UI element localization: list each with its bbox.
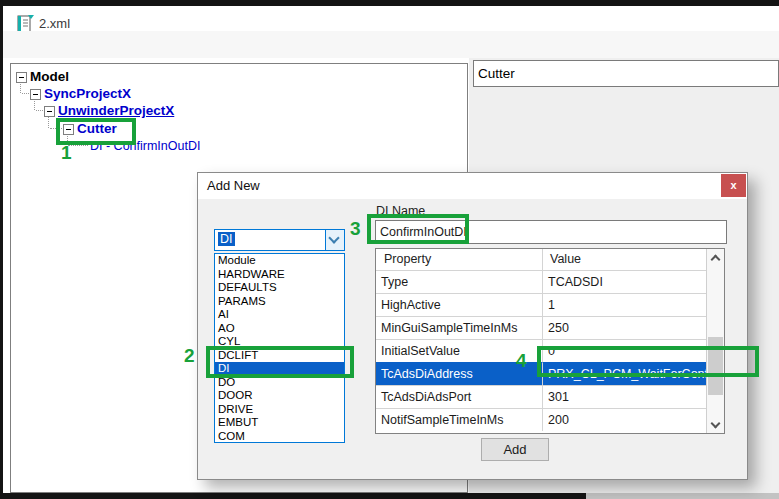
dropdown-item-drive[interactable]: DRIVE	[215, 403, 344, 417]
scroll-down-icon[interactable]	[707, 416, 724, 433]
chevron-down-icon[interactable]	[325, 230, 344, 250]
tree-connector	[36, 110, 43, 111]
tree-item-label[interactable]: SyncProjectX	[44, 86, 131, 101]
tree-connector	[20, 82, 21, 93]
di-name-label: DI Name	[376, 204, 425, 218]
value-cell[interactable]: 200	[542, 408, 706, 431]
grid-row-highactive[interactable]: HighActive 1	[376, 293, 706, 316]
dropdown-item-dclift[interactable]: DCLIFT	[215, 349, 344, 363]
scroll-up-icon[interactable]	[707, 249, 724, 266]
tree-item-label[interactable]: UnwinderProjectX	[58, 103, 174, 118]
dropdown-item-module[interactable]: Module	[215, 254, 344, 268]
scrollbar-thumb[interactable]	[708, 337, 723, 395]
value-cell[interactable]: PRX_CL_PCM_WaitForConfirm...	[542, 362, 706, 385]
value-cell[interactable]: 0	[542, 339, 706, 362]
close-icon[interactable]: x	[721, 174, 746, 197]
dropdown-item-ao[interactable]: AO	[215, 322, 344, 336]
grid-scrollbar[interactable]	[706, 249, 724, 433]
collapse-icon[interactable]	[30, 89, 41, 100]
node-name-input[interactable]: Cutter	[473, 60, 779, 87]
dropdown-item-ai[interactable]: AI	[215, 308, 344, 322]
property-cell[interactable]: NotifSampleTimeInMs	[376, 408, 542, 431]
collapse-icon[interactable]	[63, 124, 74, 135]
property-cell[interactable]: TcAdsDiAdsPort	[376, 385, 542, 408]
property-cell[interactable]: Type	[376, 270, 542, 293]
tree-connector	[22, 93, 29, 94]
type-combobox[interactable]: DI	[214, 229, 345, 251]
dialog-title: Add New	[207, 173, 260, 199]
value-cell[interactable]: 301	[542, 385, 706, 408]
combobox-value: DI	[218, 232, 235, 246]
column-header-value: Value	[542, 249, 706, 270]
collapse-icon[interactable]	[44, 106, 55, 117]
dialog-title-bar	[198, 173, 747, 199]
dropdown-item-defaults[interactable]: DEFAULTS	[215, 281, 344, 295]
grid-row-type[interactable]: Type TCADSDI	[376, 270, 706, 293]
tree-item-label[interactable]: DI - ConfirmInOutDI	[90, 139, 200, 153]
collapse-icon[interactable]	[16, 72, 27, 83]
window-title: 2.xml	[39, 16, 70, 31]
property-cell[interactable]: InitialSetValue	[376, 339, 542, 362]
value-cell[interactable]: 250	[542, 316, 706, 339]
grid-row-minguisampletimeinms[interactable]: MinGuiSampleTimeInMs 250	[376, 316, 706, 339]
dropdown-item-door[interactable]: DOOR	[215, 389, 344, 403]
property-cell[interactable]: HighActive	[376, 293, 542, 316]
column-divider	[542, 249, 543, 270]
grid-row-notifsampletimeinms[interactable]: NotifSampleTimeInMs 200	[376, 408, 706, 431]
dropdown-item-do[interactable]: DO	[215, 376, 344, 390]
property-cell[interactable]: TcAdsDiAddress	[376, 362, 542, 385]
dropdown-item-cyl[interactable]: CYL	[215, 335, 344, 349]
grid-row-tcadsdiadsport[interactable]: TcAdsDiAdsPort 301	[376, 385, 706, 408]
title-bar: 2.xml	[3, 6, 779, 31]
app-window: { "window": { "title": "2.xml" }, "menu"…	[0, 0, 779, 499]
property-cell[interactable]: MinGuiSampleTimeInMs	[376, 316, 542, 339]
add-button[interactable]: Add	[481, 438, 549, 461]
dropdown-item-di[interactable]: DI	[215, 362, 344, 376]
dropdown-item-params[interactable]: PARAMS	[215, 295, 344, 309]
di-name-input[interactable]: ConfirmInOutDI	[375, 220, 727, 244]
window-border-bottom-shadow	[586, 493, 779, 499]
window-border-left	[0, 0, 3, 499]
grid-row-tcadsdiaddress[interactable]: TcAdsDiAddress PRX_CL_PCM_WaitForConfirm…	[376, 362, 706, 385]
window-border-bottom	[0, 493, 586, 499]
grid-row-initialsetvalue[interactable]: InitialSetValue 0	[376, 339, 706, 362]
tree-item-label[interactable]: Cutter	[77, 121, 117, 136]
tree-connector	[67, 134, 68, 145]
tree-connector	[48, 116, 49, 128]
dropdown-item-embut[interactable]: EMBUT	[215, 416, 344, 430]
tree-connector	[34, 99, 35, 110]
tree-connector	[68, 145, 88, 146]
tree-item-label[interactable]: Model	[30, 69, 69, 84]
type-dropdown-list: Module HARDWARE DEFAULTS PARAMS AI AO CY…	[214, 253, 345, 443]
tree-connector	[50, 128, 62, 129]
column-header-property: Property	[376, 249, 542, 270]
value-cell[interactable]: 1	[542, 293, 706, 316]
property-grid: Property Value Type TCADSDI HighActive 1…	[375, 248, 725, 434]
dropdown-item-hardware[interactable]: HARDWARE	[215, 268, 344, 282]
add-new-dialog: Add New x DI Module HARDWARE DEFAULTS PA…	[197, 172, 748, 480]
value-cell[interactable]: TCADSDI	[542, 270, 706, 293]
dropdown-item-com[interactable]: COM	[215, 430, 344, 444]
menu-bar: File INI Tools Normalize INI Files Help	[3, 31, 779, 58]
